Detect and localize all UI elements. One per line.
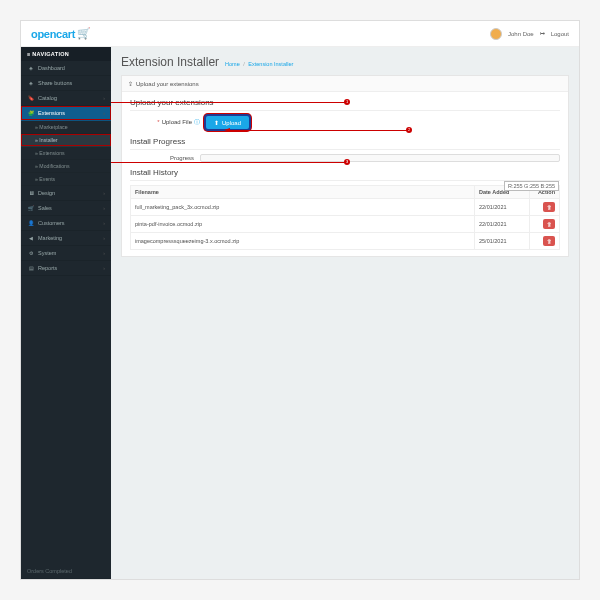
sidebar: ≡ NAVIGATION ◈Dashboard ◈Share buttons 🔖… <box>21 47 111 579</box>
delete-button[interactable]: 🗑 <box>543 219 555 229</box>
cart-icon: 🛒 <box>77 27 91 40</box>
sidebar-item-customers[interactable]: 👤Customers › <box>21 216 111 231</box>
chevron-right-icon: › <box>103 235 105 241</box>
breadcrumb: Home / Extension Installer <box>225 61 293 67</box>
sidebar-item-extensions[interactable]: 🧩Extensions › <box>21 106 111 121</box>
puzzle-icon: 🧩 <box>27 110 35 116</box>
delete-button[interactable]: 🗑 <box>543 236 555 246</box>
help-icon[interactable]: ⓘ <box>194 119 200 125</box>
crumb-sep: / <box>243 61 245 67</box>
brand-logo[interactable]: opencart 🛒 <box>31 27 91 40</box>
upload-button[interactable]: ⬆ Upload <box>206 116 249 129</box>
progress-bar <box>200 154 560 162</box>
panel-header: ⇪ Upload your extensions <box>122 76 568 92</box>
logout-link[interactable]: Logout <box>551 31 569 37</box>
page-title: Extension Installer <box>121 55 219 69</box>
section-history-title: Install History <box>130 168 560 181</box>
chevron-right-icon: › <box>103 190 105 196</box>
progress-label: Progress <box>130 155 200 161</box>
col-filename: Filename <box>131 186 475 199</box>
app-window: opencart 🛒 John Doe ↦ Logout ≡ NAVIGATIO… <box>20 20 580 580</box>
history-table: Filename Date Added Action full_marketin… <box>130 185 560 250</box>
section-progress-title: Install Progress <box>130 137 560 150</box>
upload-icon: ⬆ <box>214 119 219 126</box>
share-icon: ◈ <box>27 80 35 86</box>
sidebar-item-sales[interactable]: 🛒Sales › <box>21 201 111 216</box>
table-row: pinta-pdf-invoice.ocmod.zip 22/01/2021 🗑 <box>131 216 560 233</box>
sidebar-item-dashboard[interactable]: ◈Dashboard <box>21 61 111 76</box>
page-title-row: Extension Installer Home / Extension Ins… <box>121 55 569 69</box>
nav-title: ≡ NAVIGATION <box>21 47 111 61</box>
sidebar-footer: Orders Completed <box>21 564 111 579</box>
rgb-readout: R:255 G:255 B:255 <box>504 181 559 191</box>
cart-icon: 🛒 <box>27 205 35 211</box>
desktop-icon: 🖥 <box>27 190 35 196</box>
user-box: John Doe ↦ Logout <box>490 28 569 40</box>
sidebar-sub-installer[interactable]: » Installer <box>21 134 111 147</box>
table-row: imagecompresssqueezeimg-3.x.ocmod.zip 25… <box>131 233 560 250</box>
sidebar-sub-extensions[interactable]: » Extensions <box>21 147 111 160</box>
upload-label: *Upload Fileⓘ <box>130 118 200 127</box>
table-row: full_marketing_pack_3x.ocmod.zip 22/01/2… <box>131 199 560 216</box>
progress-row: Progress <box>130 154 560 162</box>
dashboard-icon: ◈ <box>27 65 35 71</box>
table-header-row: Filename Date Added Action <box>131 186 560 199</box>
logout-icon: ↦ <box>540 30 545 37</box>
upload-icon: ⇪ <box>128 80 133 87</box>
section-upload-title: Upload your extensions <box>130 98 560 111</box>
bar-chart-icon: ▤ <box>27 265 35 271</box>
upload-form-row: *Upload Fileⓘ ⬆ Upload <box>130 116 560 129</box>
brand-text: opencart <box>31 28 75 40</box>
sidebar-sub-events[interactable]: » Events <box>21 173 111 186</box>
sidebar-item-share-buttons[interactable]: ◈Share buttons <box>21 76 111 91</box>
sidebar-item-system[interactable]: ⚙System › <box>21 246 111 261</box>
chevron-right-icon: › <box>103 250 105 256</box>
crumb-page[interactable]: Extension Installer <box>248 61 293 67</box>
sidebar-item-reports[interactable]: ▤Reports › <box>21 261 111 276</box>
chevron-right-icon: › <box>103 220 105 226</box>
chevron-right-icon: › <box>103 205 105 211</box>
sidebar-sub-marketplace[interactable]: » Marketplace <box>21 121 111 134</box>
gear-icon: ⚙ <box>27 250 35 256</box>
sidebar-item-catalog[interactable]: 🔖Catalog › <box>21 91 111 106</box>
tag-icon: 🔖 <box>27 95 35 101</box>
panel-upload: ⇪ Upload your extensions Upload your ext… <box>121 75 569 257</box>
chevron-right-icon: › <box>103 95 105 101</box>
sidebar-item-design[interactable]: 🖥Design › <box>21 186 111 201</box>
avatar[interactable] <box>490 28 502 40</box>
main-content: Extension Installer Home / Extension Ins… <box>111 47 579 579</box>
user-icon: 👤 <box>27 220 35 226</box>
user-name[interactable]: John Doe <box>508 31 534 37</box>
body: ≡ NAVIGATION ◈Dashboard ◈Share buttons 🔖… <box>21 47 579 579</box>
share-alt-icon: ◀ <box>27 235 35 241</box>
top-header: opencart 🛒 John Doe ↦ Logout <box>21 21 579 47</box>
crumb-home[interactable]: Home <box>225 61 240 67</box>
chevron-right-icon: › <box>103 110 105 116</box>
chevron-right-icon: › <box>103 265 105 271</box>
delete-button[interactable]: 🗑 <box>543 202 555 212</box>
sidebar-sub-modifications[interactable]: » Modifications <box>21 160 111 173</box>
sidebar-item-marketing[interactable]: ◀Marketing › <box>21 231 111 246</box>
